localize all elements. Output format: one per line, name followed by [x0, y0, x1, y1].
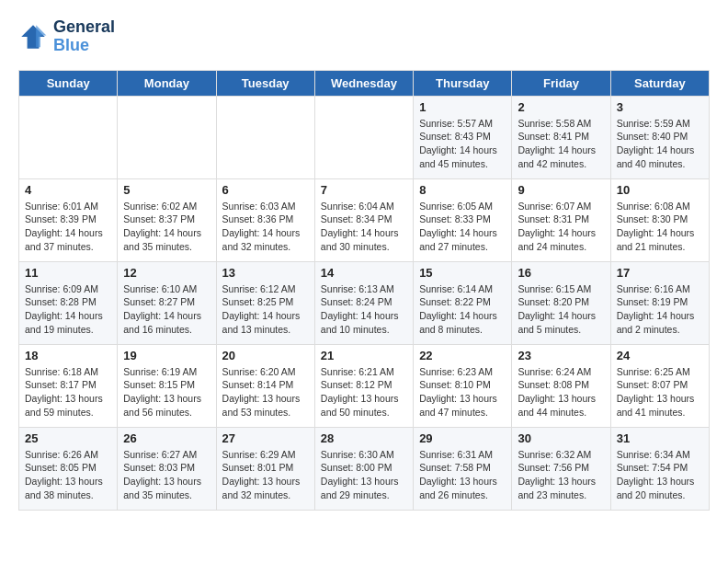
weekday-header-thursday: Thursday — [414, 70, 512, 96]
day-number: 20 — [222, 349, 309, 362]
calendar-cell: 20Sunrise: 6:20 AM Sunset: 8:14 PM Dayli… — [216, 344, 314, 427]
day-info: Sunrise: 6:34 AM Sunset: 7:54 PM Dayligh… — [617, 448, 703, 502]
day-info: Sunrise: 6:18 AM Sunset: 8:17 PM Dayligh… — [25, 365, 111, 419]
day-number: 5 — [123, 183, 210, 197]
calendar-cell — [19, 96, 118, 178]
day-info: Sunrise: 6:04 AM Sunset: 8:34 PM Dayligh… — [321, 200, 407, 254]
day-info: Sunrise: 5:59 AM Sunset: 8:40 PM Dayligh… — [617, 117, 703, 171]
day-number: 2 — [518, 100, 604, 114]
calendar-cell: 3Sunrise: 5:59 AM Sunset: 8:40 PM Daylig… — [610, 96, 709, 178]
day-number: 10 — [617, 183, 703, 197]
day-info: Sunrise: 6:24 AM Sunset: 8:08 PM Dayligh… — [518, 365, 604, 419]
day-number: 15 — [419, 266, 506, 280]
day-info: Sunrise: 5:57 AM Sunset: 8:43 PM Dayligh… — [419, 117, 506, 171]
day-info: Sunrise: 6:10 AM Sunset: 8:27 PM Dayligh… — [123, 282, 210, 337]
day-info: Sunrise: 6:29 AM Sunset: 8:01 PM Dayligh… — [222, 448, 309, 502]
day-number: 1 — [419, 100, 506, 114]
weekday-header-saturday: Saturday — [610, 70, 709, 96]
day-number: 9 — [518, 183, 604, 197]
calendar-table: SundayMondayTuesdayWednesdayThursdayFrid… — [18, 70, 710, 511]
day-info: Sunrise: 6:14 AM Sunset: 8:22 PM Dayligh… — [419, 282, 506, 337]
calendar-cell: 25Sunrise: 6:26 AM Sunset: 8:05 PM Dayli… — [19, 427, 118, 510]
day-info: Sunrise: 6:21 AM Sunset: 8:12 PM Dayligh… — [321, 365, 407, 419]
day-number: 18 — [25, 349, 111, 362]
day-number: 25 — [25, 431, 111, 445]
calendar-cell: 5Sunrise: 6:02 AM Sunset: 8:37 PM Daylig… — [118, 178, 216, 261]
calendar-cell: 27Sunrise: 6:29 AM Sunset: 8:01 PM Dayli… — [216, 427, 314, 510]
day-info: Sunrise: 6:23 AM Sunset: 8:10 PM Dayligh… — [419, 365, 506, 419]
calendar-cell: 26Sunrise: 6:27 AM Sunset: 8:03 PM Dayli… — [118, 427, 216, 510]
calendar-cell: 16Sunrise: 6:15 AM Sunset: 8:20 PM Dayli… — [512, 261, 610, 344]
day-info: Sunrise: 6:27 AM Sunset: 8:03 PM Dayligh… — [123, 448, 210, 502]
calendar-cell — [314, 96, 413, 178]
calendar-cell: 9Sunrise: 6:07 AM Sunset: 8:31 PM Daylig… — [512, 178, 610, 261]
calendar-cell: 12Sunrise: 6:10 AM Sunset: 8:27 PM Dayli… — [118, 261, 216, 344]
weekday-header-wednesday: Wednesday — [314, 70, 413, 96]
day-number: 30 — [518, 431, 604, 445]
day-info: Sunrise: 6:02 AM Sunset: 8:37 PM Dayligh… — [123, 200, 210, 254]
day-info: Sunrise: 6:12 AM Sunset: 8:25 PM Dayligh… — [222, 282, 309, 337]
day-number: 11 — [25, 266, 111, 280]
day-info: Sunrise: 6:08 AM Sunset: 8:30 PM Dayligh… — [617, 200, 703, 254]
calendar-cell: 31Sunrise: 6:34 AM Sunset: 7:54 PM Dayli… — [610, 427, 709, 510]
page-header: General Blue — [18, 18, 710, 55]
logo-icon — [18, 22, 48, 52]
calendar-cell: 17Sunrise: 6:16 AM Sunset: 8:19 PM Dayli… — [610, 261, 709, 344]
day-number: 13 — [222, 266, 309, 280]
day-info: Sunrise: 6:09 AM Sunset: 8:28 PM Dayligh… — [25, 282, 111, 337]
calendar-cell: 6Sunrise: 6:03 AM Sunset: 8:36 PM Daylig… — [216, 178, 314, 261]
day-number: 4 — [25, 183, 111, 197]
day-info: Sunrise: 6:15 AM Sunset: 8:20 PM Dayligh… — [518, 282, 604, 337]
calendar-cell: 15Sunrise: 6:14 AM Sunset: 8:22 PM Dayli… — [414, 261, 512, 344]
calendar-cell: 14Sunrise: 6:13 AM Sunset: 8:24 PM Dayli… — [314, 261, 413, 344]
day-info: Sunrise: 6:19 AM Sunset: 8:15 PM Dayligh… — [123, 365, 210, 419]
calendar-cell: 24Sunrise: 6:25 AM Sunset: 8:07 PM Dayli… — [610, 344, 709, 427]
day-number: 19 — [123, 349, 210, 362]
weekday-header-sunday: Sunday — [19, 70, 118, 96]
calendar-cell: 10Sunrise: 6:08 AM Sunset: 8:30 PM Dayli… — [610, 178, 709, 261]
day-number: 28 — [321, 431, 407, 445]
day-info: Sunrise: 6:01 AM Sunset: 8:39 PM Dayligh… — [25, 200, 111, 254]
weekday-header-monday: Monday — [118, 70, 216, 96]
calendar-cell: 7Sunrise: 6:04 AM Sunset: 8:34 PM Daylig… — [314, 178, 413, 261]
day-number: 17 — [617, 266, 703, 280]
day-number: 21 — [321, 349, 407, 362]
calendar-cell: 22Sunrise: 6:23 AM Sunset: 8:10 PM Dayli… — [414, 344, 512, 427]
calendar-cell: 23Sunrise: 6:24 AM Sunset: 8:08 PM Dayli… — [512, 344, 610, 427]
calendar-cell — [216, 96, 314, 178]
calendar-cell: 11Sunrise: 6:09 AM Sunset: 8:28 PM Dayli… — [19, 261, 118, 344]
calendar-cell: 19Sunrise: 6:19 AM Sunset: 8:15 PM Dayli… — [118, 344, 216, 427]
day-number: 8 — [419, 183, 506, 197]
weekday-header-tuesday: Tuesday — [216, 70, 314, 96]
day-number: 24 — [617, 349, 703, 362]
day-info: Sunrise: 6:30 AM Sunset: 8:00 PM Dayligh… — [321, 448, 407, 502]
day-info: Sunrise: 6:16 AM Sunset: 8:19 PM Dayligh… — [617, 282, 703, 337]
day-info: Sunrise: 6:05 AM Sunset: 8:33 PM Dayligh… — [419, 200, 506, 254]
calendar-cell: 4Sunrise: 6:01 AM Sunset: 8:39 PM Daylig… — [19, 178, 118, 261]
calendar-cell: 28Sunrise: 6:30 AM Sunset: 8:00 PM Dayli… — [314, 427, 413, 510]
day-info: Sunrise: 6:03 AM Sunset: 8:36 PM Dayligh… — [222, 200, 309, 254]
calendar-cell: 2Sunrise: 5:58 AM Sunset: 8:41 PM Daylig… — [512, 96, 610, 178]
day-number: 22 — [419, 349, 506, 362]
calendar-cell: 1Sunrise: 5:57 AM Sunset: 8:43 PM Daylig… — [414, 96, 512, 178]
logo: General Blue — [18, 18, 115, 55]
day-number: 14 — [321, 266, 407, 280]
day-info: Sunrise: 6:13 AM Sunset: 8:24 PM Dayligh… — [321, 282, 407, 337]
day-number: 12 — [123, 266, 210, 280]
calendar-cell: 21Sunrise: 6:21 AM Sunset: 8:12 PM Dayli… — [314, 344, 413, 427]
day-info: Sunrise: 6:31 AM Sunset: 7:58 PM Dayligh… — [419, 448, 506, 502]
calendar-cell: 13Sunrise: 6:12 AM Sunset: 8:25 PM Dayli… — [216, 261, 314, 344]
calendar-cell: 18Sunrise: 6:18 AM Sunset: 8:17 PM Dayli… — [19, 344, 118, 427]
calendar-cell: 30Sunrise: 6:32 AM Sunset: 7:56 PM Dayli… — [512, 427, 610, 510]
day-info: Sunrise: 6:26 AM Sunset: 8:05 PM Dayligh… — [25, 448, 111, 502]
day-number: 23 — [518, 349, 604, 362]
day-number: 16 — [518, 266, 604, 280]
day-info: Sunrise: 6:07 AM Sunset: 8:31 PM Dayligh… — [518, 200, 604, 254]
day-number: 3 — [617, 100, 703, 114]
day-info: Sunrise: 5:58 AM Sunset: 8:41 PM Dayligh… — [518, 117, 604, 171]
day-info: Sunrise: 6:20 AM Sunset: 8:14 PM Dayligh… — [222, 365, 309, 419]
calendar-cell: 29Sunrise: 6:31 AM Sunset: 7:58 PM Dayli… — [414, 427, 512, 510]
day-number: 29 — [419, 431, 506, 445]
weekday-header-friday: Friday — [512, 70, 610, 96]
day-number: 6 — [222, 183, 309, 197]
